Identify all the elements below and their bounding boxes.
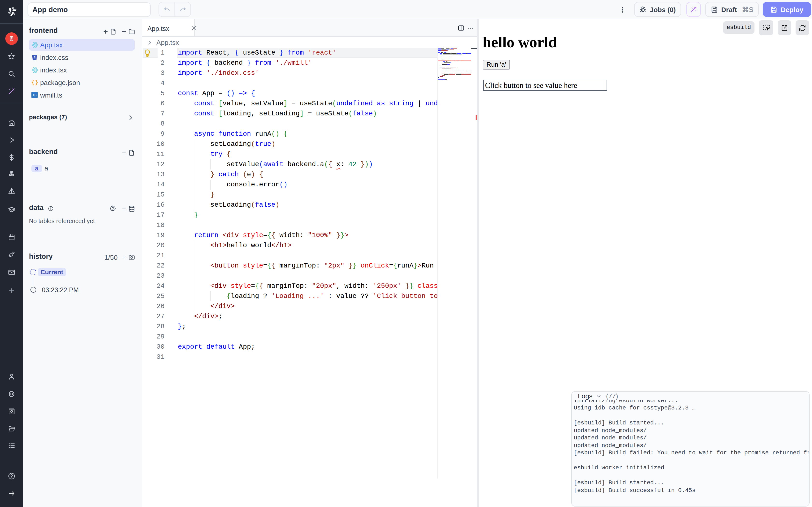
svg-text:TS: TS <box>33 94 36 97</box>
svg-text:3: 3 <box>34 56 36 59</box>
